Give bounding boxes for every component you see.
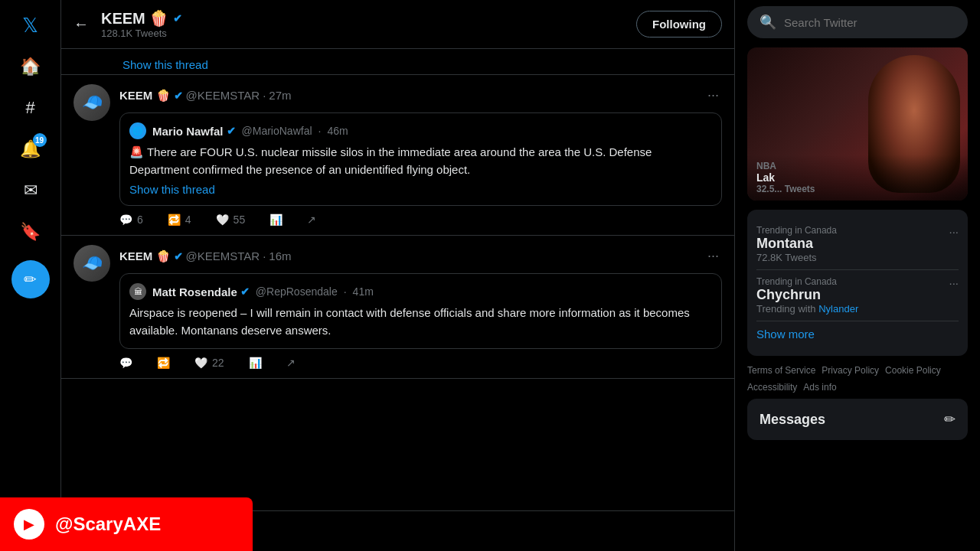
video-views: 32.5... Tweets bbox=[756, 184, 959, 194]
youtube-play-icon[interactable]: ▶ bbox=[14, 509, 44, 540]
messages-compose-icon[interactable]: ✏ bbox=[944, 411, 956, 428]
analytics-button[interactable]: 📊 bbox=[249, 357, 262, 369]
search-icon: 🔍 bbox=[760, 14, 776, 31]
youtube-handle: @ScaryAXE bbox=[55, 514, 161, 535]
retweet-button[interactable]: 🔁 4 bbox=[168, 214, 191, 226]
trending-with: Trending with Nylander bbox=[756, 303, 858, 315]
tweet-header: KEEM 🍿 ✔ @KEEMSTAR · 16m ··· bbox=[119, 245, 722, 267]
list-item: Trending in Canada Montana 72.8K Tweets … bbox=[756, 219, 959, 270]
messages-icon[interactable]: ✉ bbox=[11, 171, 50, 210]
tweet-meta: KEEM 🍿 ✔ @KEEMSTAR · 16m bbox=[119, 249, 292, 263]
tweet-time: · bbox=[263, 89, 266, 102]
quoted-tweet[interactable]: 🏛 Matt Rosendale ✔ @RepRosendale · 41m A… bbox=[119, 273, 722, 349]
messages-title: Messages bbox=[760, 412, 825, 428]
quoted-verified-badge: ✔ bbox=[240, 285, 250, 298]
trending-name[interactable]: Montana bbox=[756, 236, 837, 252]
quoted-time-value: 41m bbox=[353, 285, 374, 298]
twitter-logo-icon[interactable]: 𝕏 bbox=[11, 6, 50, 44]
trending-link[interactable]: Nylander bbox=[818, 303, 858, 315]
quoted-tweet[interactable]: 🌐 Mario Nawfal ✔ @MarioNawfal · 46m 🚨 Th… bbox=[119, 112, 722, 206]
share-button[interactable]: ↗ bbox=[307, 214, 316, 226]
video-thumbnail[interactable]: NBA Lak 32.5... Tweets bbox=[747, 47, 968, 201]
verified-badge: ✔ bbox=[173, 12, 182, 24]
show-more-button[interactable]: Show more bbox=[756, 321, 959, 347]
list-item: Trending in Canada Chychrun Trending wit… bbox=[756, 270, 959, 321]
accessibility-link[interactable]: Accessibility bbox=[747, 382, 797, 393]
reply-button[interactable]: 💬 6 bbox=[119, 214, 143, 226]
avatar: 🧢 bbox=[74, 84, 110, 121]
author-verified-badge: ✔ bbox=[174, 250, 183, 262]
author-verified-badge: ✔ bbox=[174, 90, 183, 102]
quoted-avatar: 🏛 bbox=[129, 283, 146, 300]
notifications-badge: 19 bbox=[33, 133, 47, 147]
tweet-author-name: KEEM 🍿 ✔ bbox=[119, 89, 183, 103]
quoted-author-name: Matt Rosendale ✔ bbox=[152, 285, 250, 298]
messages-bar[interactable]: Messages ✏ bbox=[747, 399, 968, 440]
quoted-time: · bbox=[318, 125, 322, 137]
trending-content: Trending in Canada Chychrun Trending wit… bbox=[756, 276, 858, 315]
tweet-meta: KEEM 🍿 ✔ @KEEMSTAR · 27m bbox=[119, 89, 292, 103]
show-thread-top-link[interactable]: Show this thread bbox=[61, 49, 734, 75]
explore-icon[interactable]: # bbox=[11, 89, 50, 127]
quoted-tweet-header: 🏛 Matt Rosendale ✔ @RepRosendale · 41m bbox=[129, 283, 712, 300]
quoted-handle: @RepRosendale bbox=[256, 285, 338, 298]
tweet-time-value: 16m bbox=[269, 249, 291, 262]
quoted-tweet-text: Airspace is reopened – I will remain in … bbox=[129, 305, 712, 339]
notifications-icon[interactable]: 🔔 19 bbox=[11, 130, 50, 168]
tweet-actions: 💬 6 🔁 4 🤍 55 📊 ↗ bbox=[119, 214, 722, 226]
tweet-actions: 💬 🔁 🤍 22 📊 ↗ bbox=[119, 357, 722, 369]
tweet-header: KEEM 🍿 ✔ @KEEMSTAR · 27m ··· bbox=[119, 84, 722, 106]
tweet-count: 128.1K Tweets bbox=[101, 28, 182, 39]
tweet-handle: @KEEMSTAR bbox=[186, 249, 260, 262]
quoted-author-name: Mario Nawfal ✔ bbox=[152, 125, 236, 138]
trending-more-button[interactable]: ··· bbox=[949, 225, 959, 238]
profile-display-name: KEEM 🍿 ✔ bbox=[101, 9, 182, 28]
avatar: 🧢 bbox=[74, 245, 110, 282]
like-button[interactable]: 🤍 22 bbox=[194, 357, 224, 369]
search-input[interactable] bbox=[784, 16, 956, 29]
back-button[interactable]: ← bbox=[74, 15, 89, 33]
reply-button[interactable]: 💬 bbox=[119, 357, 132, 369]
cookie-link[interactable]: Cookie Policy bbox=[885, 365, 941, 376]
more-options-button[interactable]: ··· bbox=[704, 245, 722, 267]
main-content: ← KEEM 🍿 ✔ 128.1K Tweets Following Show … bbox=[61, 0, 735, 551]
table-row: 🧢 KEEM 🍿 ✔ @KEEMSTAR · 16m ··· bbox=[61, 236, 734, 379]
quoted-handle: @MarioNawfal bbox=[242, 125, 312, 137]
quoted-tweet-text: 🚨 There are FOUR U.S. nuclear missile si… bbox=[129, 144, 712, 178]
terms-link[interactable]: Terms of Service bbox=[747, 365, 815, 376]
bookmarks-icon[interactable]: 🔖 bbox=[11, 213, 50, 251]
left-sidebar: 𝕏 🏠 # 🔔 19 ✉ 🔖 ✏ bbox=[0, 0, 61, 551]
profile-header-left: ← KEEM 🍿 ✔ 128.1K Tweets bbox=[74, 9, 182, 39]
quoted-verified-badge: ✔ bbox=[227, 125, 236, 137]
profile-header: ← KEEM 🍿 ✔ 128.1K Tweets Following bbox=[61, 0, 734, 49]
tweet-time-value: 27m bbox=[269, 89, 291, 102]
share-button[interactable]: ↗ bbox=[286, 357, 296, 369]
following-button[interactable]: Following bbox=[636, 11, 722, 37]
video-title: Lak 32.5... Tweets bbox=[756, 171, 959, 194]
like-button[interactable]: 🤍 55 bbox=[216, 214, 246, 226]
quoted-tweet-header: 🌐 Mario Nawfal ✔ @MarioNawfal · 46m bbox=[129, 122, 712, 139]
trending-section: Trending in Canada Montana 72.8K Tweets … bbox=[747, 210, 968, 356]
tweet-body: KEEM 🍿 ✔ @KEEMSTAR · 16m ··· 🏛 Matt bbox=[119, 245, 722, 369]
show-thread-link[interactable]: Show this thread bbox=[129, 183, 712, 196]
trending-more-button[interactable]: ··· bbox=[949, 276, 959, 289]
profile-name-block: KEEM 🍿 ✔ 128.1K Tweets bbox=[101, 9, 182, 39]
more-options-button[interactable]: ··· bbox=[704, 84, 722, 106]
search-bar[interactable]: 🔍 bbox=[747, 6, 968, 38]
analytics-button[interactable]: 📊 bbox=[270, 214, 283, 226]
ads-link[interactable]: Ads info bbox=[803, 382, 836, 393]
youtube-overlay[interactable]: ▶ @ScaryAXE bbox=[0, 497, 253, 551]
footer-links: Terms of Service Privacy Policy Cookie P… bbox=[747, 365, 968, 393]
retweet-button[interactable]: 🔁 bbox=[157, 357, 170, 369]
trending-label: Trending in Canada bbox=[756, 276, 858, 287]
video-overlay: NBA Lak 32.5... Tweets bbox=[747, 155, 968, 201]
home-icon[interactable]: 🏠 bbox=[11, 47, 50, 86]
video-label: NBA bbox=[756, 161, 959, 171]
tweet-author-name: KEEM 🍿 ✔ bbox=[119, 249, 183, 263]
quoted-time: · bbox=[344, 285, 347, 298]
privacy-link[interactable]: Privacy Policy bbox=[822, 365, 879, 376]
trending-name[interactable]: Chychrun bbox=[756, 287, 858, 303]
compose-button[interactable]: ✏ bbox=[11, 260, 50, 298]
trending-content: Trending in Canada Montana 72.8K Tweets bbox=[756, 225, 837, 263]
quoted-time-value: 46m bbox=[327, 125, 348, 137]
